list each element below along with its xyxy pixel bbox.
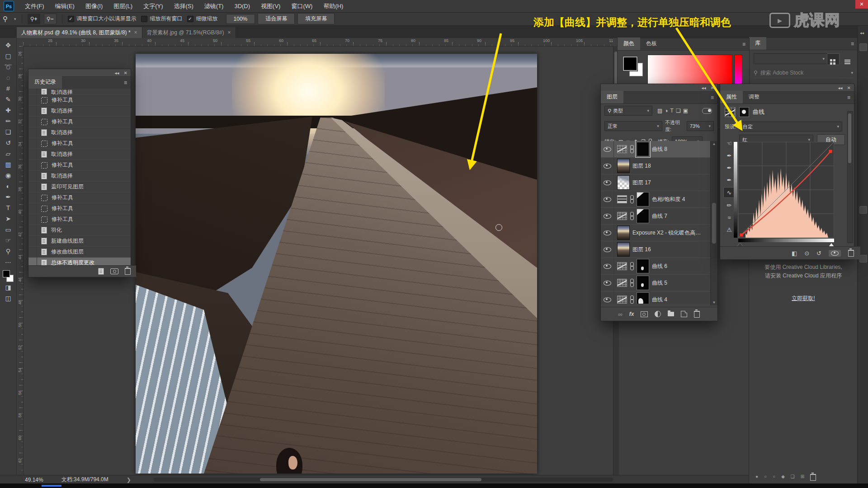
- quick-mask-icon[interactable]: ◨: [2, 282, 14, 293]
- zoom-tool-icon[interactable]: ⚲: [3, 15, 8, 23]
- layer-visibility-toggle[interactable]: [601, 208, 614, 224]
- tab-history[interactable]: 历史记录: [28, 76, 62, 89]
- tab-swatches[interactable]: 色板: [640, 38, 663, 50]
- layer-visibility-toggle[interactable]: [601, 191, 614, 207]
- menu-文件(F)[interactable]: 文件(F): [19, 0, 50, 12]
- tab-layers[interactable]: 图层: [601, 91, 623, 103]
- history-state-row[interactable]: 盖印可见图层: [28, 182, 131, 192]
- history-state-row[interactable]: 修补工具: [28, 95, 131, 106]
- dock-square-icon[interactable]: ❑: [791, 474, 795, 481]
- properties-scrollbar[interactable]: [847, 111, 853, 243]
- curves-plot-area[interactable]: [738, 142, 834, 239]
- dock-panel-icon[interactable]: [859, 255, 867, 263]
- layer-visibility-toggle[interactable]: [601, 258, 614, 274]
- white-point-eyedropper[interactable]: ✒: [724, 175, 735, 185]
- history-state-row[interactable]: 修补工具: [28, 117, 131, 127]
- history-brush-source-well[interactable]: [28, 203, 37, 214]
- curve-point-high[interactable]: [829, 150, 832, 153]
- options-button-适合屏幕[interactable]: 适合屏幕: [258, 13, 295, 24]
- layer-visibility-toggle[interactable]: [601, 158, 614, 174]
- reset-adjustment-icon[interactable]: ↺: [816, 250, 821, 257]
- history-brush-source-well[interactable]: [28, 138, 37, 149]
- shape-tool[interactable]: ▭: [2, 224, 14, 235]
- panel-menu-icon[interactable]: ≡: [847, 94, 850, 101]
- options-button-100%[interactable]: 100%: [226, 14, 255, 24]
- option-checkbox-缩放所有窗口[interactable]: 缩放所有窗口: [141, 15, 183, 23]
- blur-tool[interactable]: ◉: [2, 170, 14, 181]
- filter-smart-objects-icon[interactable]: ▣: [683, 108, 688, 114]
- move-tool[interactable]: ✥: [2, 40, 14, 51]
- close-panel-icon[interactable]: ✕: [847, 85, 851, 90]
- menu-帮助(H)[interactable]: 帮助(H): [318, 0, 349, 12]
- window-close-button[interactable]: ✕: [855, 0, 868, 9]
- canvas-horizontal-scrollbar[interactable]: [154, 478, 613, 482]
- new-layer-icon[interactable]: [681, 311, 687, 317]
- view-previous-state-icon[interactable]: ⊙: [804, 250, 809, 257]
- eraser-tool[interactable]: ▱: [2, 148, 14, 159]
- close-tab-icon[interactable]: ×: [228, 29, 231, 36]
- properties-scroll-thumb[interactable]: [848, 113, 851, 163]
- layer-thumbnail[interactable]: [617, 242, 630, 257]
- history-brush-source-well[interactable]: [28, 117, 37, 127]
- layer-row[interactable]: 色相/饱和度 4: [601, 191, 711, 208]
- tab-color[interactable]: 颜色: [618, 38, 640, 50]
- filter-pixel-layers-icon[interactable]: ▨: [657, 108, 662, 114]
- filter-adjustment-layers-icon[interactable]: ◑: [665, 108, 668, 114]
- layers-scroll-thumb[interactable]: [712, 203, 716, 244]
- history-brush-source-well[interactable]: [28, 95, 37, 105]
- new-snapshot-icon[interactable]: [110, 268, 118, 274]
- tool-color-swatches[interactable]: [2, 270, 14, 282]
- menu-滤镜(T)[interactable]: 滤镜(T): [199, 0, 229, 12]
- layer-effects-icon[interactable]: fx: [629, 311, 634, 317]
- delete-adjustment-icon[interactable]: [848, 250, 854, 257]
- history-brush-source-well[interactable]: [28, 89, 37, 94]
- checkbox-icon[interactable]: ✓: [187, 16, 193, 22]
- dock-panel-icon[interactable]: [859, 206, 867, 214]
- layer-row[interactable]: Exposure X2 - 锐化暖色高…: [601, 225, 711, 241]
- history-brush-source-well[interactable]: [28, 106, 37, 116]
- eyedropper-tool[interactable]: ✎: [2, 94, 14, 105]
- close-tab-icon[interactable]: ×: [134, 29, 137, 36]
- layer-mask-thumbnail[interactable]: [637, 292, 649, 304]
- layer-mask-icon[interactable]: [739, 107, 749, 117]
- screen-mode-icon[interactable]: ◫: [2, 293, 14, 304]
- get-now-link[interactable]: 立即获取!: [749, 295, 858, 302]
- expand-dock-icon[interactable]: ◂◂: [860, 31, 864, 35]
- layer-visibility-toggle[interactable]: [601, 174, 614, 191]
- menu-文字(Y)[interactable]: 文字(Y): [138, 0, 168, 12]
- toggle-visibility-icon[interactable]: [829, 250, 841, 257]
- targeted-adjustment-tool[interactable]: ☜: [724, 138, 735, 148]
- black-point-eyedropper[interactable]: ✒: [724, 150, 735, 160]
- layers-scrollbar[interactable]: ▲ ▼: [710, 141, 717, 305]
- history-brush-source-well[interactable]: [28, 236, 37, 246]
- histogram-clip-icon[interactable]: ⚠: [724, 225, 735, 235]
- history-brush-source-well[interactable]: [28, 247, 37, 257]
- option-checkbox-调整窗口大小以满屏显示[interactable]: ✓调整窗口大小以满屏显示: [68, 15, 137, 23]
- scroll-down-icon[interactable]: ▼: [712, 300, 716, 305]
- layer-row[interactable]: 曲线 4: [601, 291, 711, 304]
- layer-row[interactable]: 曲线 6: [601, 258, 711, 275]
- options-button-填充屏幕[interactable]: 填充屏幕: [297, 13, 335, 24]
- library-select-dropdown[interactable]: ▾: [754, 53, 828, 64]
- layer-thumbnail[interactable]: [617, 175, 630, 190]
- type-tool[interactable]: T: [2, 202, 14, 213]
- filter-shape-layers-icon[interactable]: ❏: [676, 108, 681, 114]
- menu-选择(S)[interactable]: 选择(S): [168, 0, 198, 12]
- menu-编辑(E)[interactable]: 编辑(E): [50, 0, 80, 12]
- panel-menu-icon[interactable]: ≡: [742, 41, 745, 47]
- delete-state-icon[interactable]: [125, 268, 131, 275]
- crop-tool[interactable]: #: [2, 83, 14, 94]
- quick-selection-tool[interactable]: ◌: [2, 72, 14, 83]
- history-state-row[interactable]: 修补工具: [28, 192, 131, 203]
- curves-plot[interactable]: [738, 142, 834, 238]
- gradient-tool[interactable]: ▥: [2, 159, 14, 170]
- history-brush-tool[interactable]: ↺: [2, 137, 14, 148]
- adjustment-layer-icon[interactable]: [655, 311, 661, 317]
- status-chevron-icon[interactable]: ❯: [127, 477, 131, 483]
- document-tab[interactable]: 背景素材.jpg @ 71.5%(RGB/8#)×: [142, 27, 236, 38]
- clip-to-layer-icon[interactable]: ◧: [792, 250, 797, 257]
- layer-row[interactable]: 图层 17: [601, 174, 711, 191]
- layer-mask-thumbnail[interactable]: [637, 192, 649, 206]
- collapse-panel-icon[interactable]: ◂◂: [115, 70, 119, 75]
- history-state-row[interactable]: 修补工具: [28, 203, 131, 214]
